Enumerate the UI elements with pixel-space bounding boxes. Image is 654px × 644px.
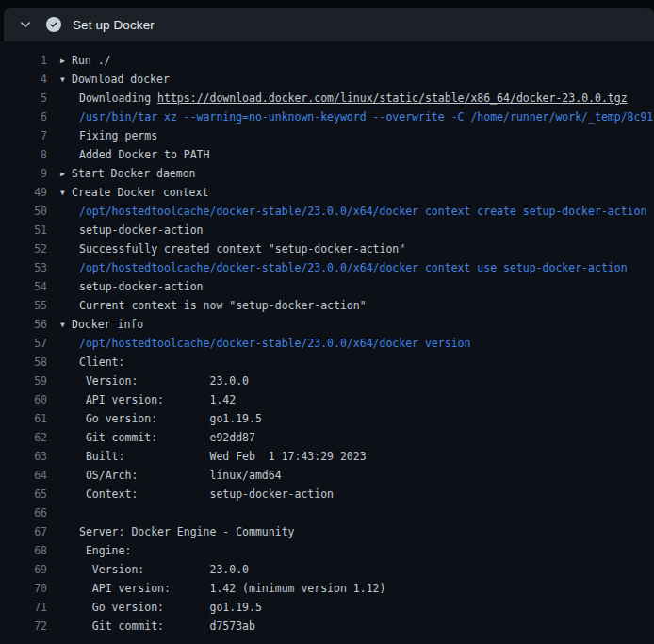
line-number[interactable]: 1 [0,51,47,70]
line-number[interactable]: 67 [0,522,47,541]
line-number[interactable]: 50 [0,202,47,221]
log-text-line: Version: 23.0.0 [60,372,249,390]
log-text: Engine: [79,544,131,557]
line-number[interactable]: 7 [0,126,47,145]
log-line: 55Current context is now "setup-docker-a… [0,296,654,315]
success-check-icon [46,17,61,32]
line-number[interactable]: 58 [0,353,47,372]
log-text: Current context is now "setup-docker-act… [79,299,367,312]
log-line: 7Fixing perms [0,126,654,145]
log-line: 60 API version: 1.42 [0,390,654,409]
log-line: 52Successfully created context "setup-do… [0,239,654,258]
line-number[interactable]: 70 [0,579,47,598]
log-text: API version: 1.42 (minimum version 1.12) [79,582,385,595]
log-line: 62 Git commit: e92dd87 [0,428,654,447]
collapse-triangle-icon[interactable]: ▼ [60,316,72,334]
log-text-line: Client: [60,353,124,372]
group-title[interactable]: Docker info [72,318,143,331]
line-number[interactable]: 4 [0,70,47,89]
collapse-triangle-icon[interactable]: ▼ [60,71,72,89]
log-line: 64 OS/Arch: linux/amd64 [0,466,654,485]
line-number[interactable]: 53 [0,258,47,277]
line-number[interactable]: 65 [0,485,47,504]
collapse-triangle-icon[interactable]: ▼ [60,184,72,202]
log-text: Git commit: d7573ab [79,619,255,633]
log-line: 69 Version: 23.0.0 [0,560,654,579]
line-number[interactable]: 59 [0,372,47,390]
step-header[interactable]: Set up Docker [4,8,654,41]
log-line: 61 Go version: go1.19.5 [0,409,654,428]
log-line: 51setup-docker-action [0,221,654,239]
line-number[interactable]: 55 [0,296,47,315]
command-text: /opt/hostedtoolcache/docker-stable/23.0.… [79,205,646,218]
group-title[interactable]: Start Docker daemon [72,167,196,180]
log-text: Added Docker to PATH [79,148,209,161]
expand-triangle-icon[interactable]: ▶ [60,52,72,70]
log-line: 49▼Create Docker context [0,183,654,202]
line-number[interactable]: 54 [0,277,47,296]
log-text: Fixing perms [79,129,157,142]
line-number[interactable]: 5 [0,89,47,107]
command-line: /opt/hostedtoolcache/docker-stable/23.0.… [60,202,646,221]
log-area: 1▶Run ./4▼Download docker5Downloading ht… [0,41,654,644]
group-header: ▶Run ./ [60,51,111,70]
line-number[interactable]: 9 [0,164,47,183]
line-number[interactable]: 8 [0,145,47,164]
line-number[interactable]: 69 [0,560,47,579]
line-number[interactable]: 71 [0,598,47,617]
log-text: Downloading [79,91,157,105]
command-text: /usr/bin/tar xz --warning=no-unknown-key… [79,110,653,124]
log-line: 6/usr/bin/tar xz --warning=no-unknown-ke… [0,107,654,126]
log-text-line: Go version: go1.19.5 [60,409,262,428]
line-number[interactable]: 60 [0,390,47,409]
log-text-line: Context: setup-docker-action [60,485,334,504]
log-text-line: API version: 1.42 [60,390,236,409]
expand-triangle-icon[interactable]: ▶ [60,165,72,183]
line-number[interactable]: 52 [0,239,47,258]
log-text-line: setup-docker-action [60,277,204,296]
log-line: 63 Built: Wed Feb 1 17:43:29 2023 [0,447,654,466]
line-number[interactable]: 51 [0,221,47,239]
log-line: 53/opt/hostedtoolcache/docker-stable/23.… [0,258,654,277]
log-text-line: Version: 23.0.0 [60,560,249,579]
line-number[interactable]: 6 [0,107,47,126]
line-number[interactable]: 64 [0,466,47,485]
log-line: 67Server: Docker Engine - Community [0,522,654,541]
line-number[interactable]: 62 [0,428,47,447]
log-text: Version: 23.0.0 [79,563,249,576]
log-text-line: Successfully created context "setup-dock… [60,239,405,258]
log-line: 5Downloading https://download.docker.com… [0,89,654,107]
log-text: Successfully created context "setup-dock… [79,242,405,256]
line-number[interactable]: 56 [0,315,47,334]
log-line: 8Added Docker to PATH [0,145,654,164]
log-text: Git commit: e92dd87 [79,431,255,444]
log-text: setup-docker-action [79,223,204,237]
log-text-line: Built: Wed Feb 1 17:43:29 2023 [60,447,367,466]
log-line: 65 Context: setup-docker-action [0,485,654,504]
group-title[interactable]: Run ./ [72,54,111,67]
log-text: Server: Docker Engine - Community [79,525,294,538]
log-text-line: Server: Docker Engine - Community [60,522,294,541]
log-text-line [60,504,79,522]
step-title: Set up Docker [73,18,155,32]
line-number[interactable]: 61 [0,409,47,428]
log-text: Context: setup-docker-action [79,487,334,501]
group-title[interactable]: Create Docker context [72,186,208,199]
group-title[interactable]: Download docker [72,73,170,86]
log-text-line: Downloading https://download.docker.com/… [60,89,628,107]
log-line: 71 Go version: go1.19.5 [0,598,654,617]
line-number[interactable]: 57 [0,334,47,353]
log-text: OS/Arch: linux/amd64 [79,469,282,482]
line-number[interactable]: 63 [0,447,47,466]
log-text: setup-docker-action [79,280,204,293]
chevron-down-icon[interactable] [19,18,32,31]
line-number[interactable]: 66 [0,504,47,522]
log-text: Client: [79,355,124,369]
line-number[interactable]: 68 [0,541,47,560]
log-text-line: Current context is now "setup-docker-act… [60,296,367,315]
log-link[interactable]: https://download.docker.com/linux/static… [157,91,628,105]
log-text-line: Fixing perms [60,126,157,145]
log-line: 1▶Run ./ [0,51,654,70]
line-number[interactable]: 49 [0,183,47,202]
line-number[interactable]: 72 [0,617,47,636]
